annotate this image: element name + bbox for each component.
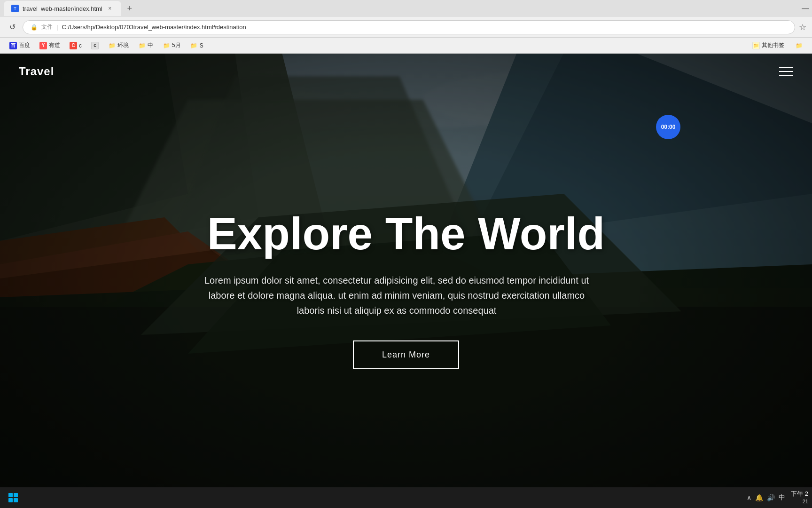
bookmarks-expand-icon: 📁: [796, 42, 803, 49]
hamburger-menu-button[interactable]: [779, 67, 793, 76]
hamburger-line-2: [779, 71, 793, 72]
url-text: C:/Users/hp/Desktop/0703travel_web-maste…: [62, 24, 246, 31]
bookmarks-bar: 百 百度 Y 有道 C c c 📁 环境 📁 中 📁 5月 📁 S: [0, 38, 812, 54]
other-favicon: 📁: [752, 42, 760, 49]
language-icon[interactable]: 中: [779, 493, 785, 502]
may-favicon: 📁: [163, 42, 170, 49]
bookmark-c2[interactable]: c: [87, 40, 102, 51]
url-input[interactable]: 🔒 文件 | C:/Users/hp/Desktop/0703travel_we…: [23, 20, 795, 34]
bookmark-env-label: 环境: [117, 41, 129, 49]
bookmark-zh-label: 中: [148, 41, 153, 49]
taskbar-right: ∧ 🔔 🔊 中 下午 2 21: [747, 490, 808, 506]
lock-icon: 🔒: [31, 24, 38, 31]
minimize-button[interactable]: —: [803, 6, 808, 11]
start-button[interactable]: [4, 488, 23, 507]
timer-display: 00:00: [661, 124, 676, 130]
hamburger-line-1: [779, 67, 793, 68]
tab-bar: T travel_web-master/index.html × + —: [0, 0, 812, 17]
zh-favicon: 📁: [138, 42, 146, 49]
timer-badge: 00:00: [656, 115, 680, 139]
hamburger-line-3: [779, 75, 793, 76]
learn-more-button[interactable]: Learn More: [353, 340, 459, 369]
windows-quad-2: [14, 493, 18, 497]
browser-chrome: T travel_web-master/index.html × + — ↺ 🔒…: [0, 0, 812, 54]
other-bookmarks[interactable]: 📁 其他书签: [749, 40, 788, 51]
clock-time: 下午 2: [791, 490, 808, 498]
tray-expand-icon[interactable]: ∧: [747, 494, 751, 501]
other-bookmarks-label: 其他书签: [762, 41, 784, 49]
bookmark-baidu-label: 百度: [19, 41, 30, 49]
c1-favicon: C: [70, 42, 77, 49]
system-tray: ∧ 🔔 🔊 中: [747, 493, 785, 502]
youdao-favicon: Y: [39, 42, 47, 49]
bookmark-youdao-label: 有道: [49, 41, 60, 49]
bookmark-c1[interactable]: C c: [66, 40, 86, 51]
tab-close-button[interactable]: ×: [106, 5, 114, 12]
more-bookmarks[interactable]: 📁: [792, 40, 806, 51]
hero-content: Explore The World Lorem ipsum dolor sit …: [195, 209, 617, 369]
tab-favicon: T: [11, 5, 19, 12]
bookmark-env[interactable]: 📁 环境: [104, 40, 133, 51]
site-navigation: Travel: [0, 54, 812, 89]
taskbar: ∧ 🔔 🔊 中 下午 2 21: [0, 487, 812, 508]
active-tab[interactable]: T travel_web-master/index.html ×: [4, 1, 121, 16]
bookmarks-right: 📁 其他书签 📁: [749, 40, 806, 51]
env-favicon: 📁: [108, 42, 116, 49]
baidu-favicon: 百: [9, 42, 17, 49]
c2-favicon: c: [91, 42, 99, 49]
notification-icon[interactable]: 🔔: [755, 494, 763, 501]
site-logo: Travel: [19, 65, 54, 78]
bookmark-s[interactable]: 📁 S: [187, 40, 207, 51]
hero-subtitle: Lorem ipsum dolor sit amet, consectetur …: [195, 272, 599, 318]
clock-date: 21: [791, 498, 808, 505]
bookmark-may[interactable]: 📁 5月: [159, 40, 185, 51]
hero-title: Explore The World: [195, 209, 617, 259]
volume-icon[interactable]: 🔊: [767, 494, 775, 501]
address-bar: ↺ 🔒 文件 | C:/Users/hp/Desktop/0703travel_…: [0, 17, 812, 38]
taskbar-clock[interactable]: 下午 2 21: [791, 490, 808, 506]
tab-title: travel_web-master/index.html: [23, 5, 102, 12]
windows-icon: [8, 493, 18, 502]
file-label: 文件: [41, 23, 53, 31]
url-separator: |: [56, 24, 58, 31]
bookmark-may-label: 5月: [172, 41, 181, 49]
windows-quad-3: [8, 498, 13, 502]
reload-button[interactable]: ↺: [6, 21, 19, 34]
bookmark-c1-label: c: [79, 42, 82, 49]
windows-quad-4: [14, 498, 18, 502]
s-favicon: 📁: [190, 42, 198, 49]
bookmark-baidu[interactable]: 百 百度: [6, 40, 34, 51]
new-tab-button[interactable]: +: [123, 2, 136, 15]
bookmark-star-button[interactable]: ☆: [799, 22, 806, 32]
window-controls: —: [803, 6, 808, 11]
windows-quad-1: [8, 493, 13, 497]
bookmark-youdao[interactable]: Y 有道: [36, 40, 64, 51]
hero-section: Travel 00:00 Explore The World Lorem ips…: [0, 54, 812, 508]
bookmark-zh[interactable]: 📁 中: [134, 40, 157, 51]
bookmark-s-label: S: [200, 42, 203, 49]
